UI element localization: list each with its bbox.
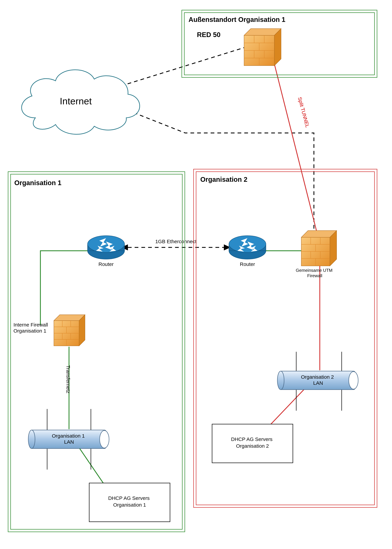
- router-org2: [229, 236, 266, 259]
- router2-label: Router: [240, 261, 255, 267]
- link-router1-firewall: [40, 251, 94, 325]
- lan-org2: Organisation 2 LAN: [277, 352, 358, 411]
- org1-title: Organisation 1: [14, 179, 62, 187]
- internal-firewall-org1: [54, 315, 85, 346]
- link-lan2-servers2: [269, 389, 305, 426]
- link-lan1-servers1: [79, 448, 104, 485]
- svg-point-69: [277, 371, 284, 390]
- link-split-tunnel-top: [273, 61, 317, 234]
- router-org1: [88, 236, 125, 259]
- link-internet-red50: [121, 47, 246, 86]
- servers-org2: DHCP AG Servers Organisation 2: [212, 424, 293, 463]
- internal-fw-label: Interne Firewall Organisation 1: [14, 322, 49, 334]
- red50-label: RED 50: [197, 31, 220, 38]
- utm-firewall: [301, 230, 337, 266]
- router1-label: Router: [98, 261, 114, 267]
- red50-device: [244, 29, 281, 66]
- svg-point-68: [349, 372, 358, 389]
- org2-title: Organisation 2: [200, 176, 247, 183]
- utm-label-l1: Gemeinsame UTM Firewall: [296, 268, 334, 278]
- split-tunnel-label: Split TUNNEL: [297, 97, 310, 128]
- internet-label: Internet: [60, 96, 92, 106]
- svg-point-61: [100, 431, 109, 448]
- link-internet-utm: [121, 108, 314, 234]
- transfer-label: Transfernetz: [65, 365, 71, 393]
- svg-rect-3: [11, 174, 182, 529]
- org1-box: Organisation 1: [8, 172, 185, 532]
- servers-org1: DHCP AG Servers Organisation 1: [89, 483, 170, 522]
- svg-point-62: [28, 430, 35, 449]
- network-diagram: 1GB Etherconnect Transfernetz Split TUNN…: [0, 0, 392, 549]
- org1-remote-title: Außenstandort Organisation 1: [189, 16, 286, 23]
- etherconnect-label: 1GB Etherconnect: [155, 239, 196, 244]
- svg-marker-7: [274, 29, 281, 66]
- internet-cloud: Internet: [21, 70, 140, 134]
- svg-rect-2: [8, 172, 185, 532]
